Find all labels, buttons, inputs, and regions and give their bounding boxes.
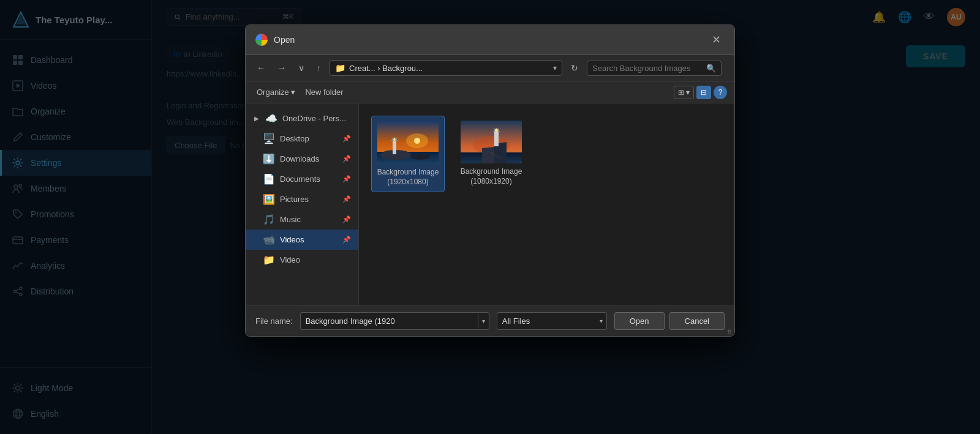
path-text: Creat... › Backgrou...	[349, 64, 549, 73]
filetype-dropdown-arrow[interactable]: ▾	[596, 314, 606, 328]
dialog-resize-handle[interactable]: ⠿	[727, 329, 734, 336]
downloads-icon: ⬇️	[263, 153, 275, 165]
up-button[interactable]: ↑	[313, 61, 325, 75]
pin-icon: 📌	[342, 215, 351, 223]
music-icon: 🎵	[263, 214, 275, 225]
dialog-backdrop: Open ✕ ← → ∨ ↑ 📁 Creat... › Backgrou... …	[152, 0, 980, 434]
svg-point-43	[393, 138, 396, 141]
desktop-icon: 🖥️	[263, 133, 275, 144]
view-icon-button[interactable]: ⊞ ▾	[674, 86, 694, 99]
tree-item-label: Documents	[280, 174, 320, 184]
filename-label: File name:	[255, 316, 293, 326]
search-input-dialog[interactable]: 🔍	[587, 61, 722, 76]
dialog-title-left: Open	[255, 34, 295, 46]
tree-item-label: Pictures	[280, 195, 309, 204]
file-thumbnail	[461, 121, 522, 163]
file-label: Background Image (1920x1080)	[377, 168, 439, 187]
tree-item-music[interactable]: 🎵 Music 📌	[246, 209, 358, 230]
file-item[interactable]: Background Image (1080x1920)	[454, 116, 528, 192]
view-list-button[interactable]: ⊟	[696, 86, 711, 99]
videos-icon: 📹	[263, 234, 275, 245]
tree-item-label: Desktop	[280, 134, 309, 143]
dialog-close-button[interactable]: ✕	[707, 31, 725, 48]
dropdown-button[interactable]: ∨	[295, 61, 308, 75]
dialog-search-input[interactable]	[592, 64, 703, 73]
dialog-actions-left: Organize ▾ New folder	[253, 85, 347, 99]
back-button[interactable]: ←	[253, 61, 269, 75]
file-thumbnail	[377, 121, 439, 164]
file-label: Background Image (1080x1920)	[459, 167, 523, 186]
tree-item-videos[interactable]: 📹 Videos 📌	[246, 230, 358, 250]
filetype-select[interactable]: All FilesImage FilesJPEG FilesPNG Files	[497, 313, 596, 329]
folder-icon: 📁	[263, 254, 275, 266]
folder-icon: 📁	[335, 63, 345, 73]
svg-point-39	[411, 154, 429, 160]
tree-item-downloads[interactable]: ⬇️ Downloads 📌	[246, 149, 358, 169]
filetype-combo[interactable]: All FilesImage FilesJPEG FilesPNG Files …	[497, 312, 607, 330]
filename-input-combo[interactable]: ▾	[300, 312, 489, 330]
dialog-file-area: Background Image (1920x1080)	[359, 103, 734, 305]
dialog-titlebar: Open ✕	[246, 25, 734, 55]
tree-item-desktop[interactable]: 🖥️ Desktop 📌	[246, 129, 358, 149]
pin-icon: 📌	[342, 135, 351, 143]
svg-rect-49	[494, 132, 499, 146]
main-content: ⌘K 🔔 🌐 👁 AU in in Linkedin https://www.l…	[152, 0, 980, 434]
forward-button[interactable]: →	[274, 61, 290, 75]
pictures-icon: 🖼️	[263, 193, 275, 205]
dialog-cancel-button[interactable]: Cancel	[669, 312, 725, 330]
tree-item-label: Downloads	[280, 154, 319, 163]
search-icon: 🔍	[706, 64, 716, 73]
chrome-icon	[255, 34, 268, 46]
tree-item-documents[interactable]: 📄 Documents 📌	[246, 169, 358, 189]
refresh-button[interactable]: ↻	[567, 61, 582, 75]
tree-item-label: Video	[280, 255, 300, 264]
pin-icon: 📌	[342, 195, 351, 203]
tree-item-video[interactable]: 📁 Video	[246, 250, 358, 270]
organize-button[interactable]: Organize ▾	[253, 85, 299, 99]
dialog-bottom: File name: ▾ All FilesImage FilesJPEG Fi…	[246, 305, 734, 336]
svg-point-52	[495, 129, 498, 132]
filename-dropdown-arrow[interactable]: ▾	[478, 314, 489, 328]
tree-item-label: Videos	[280, 235, 304, 244]
filename-input[interactable]	[301, 313, 478, 329]
dialog-open-button[interactable]: Open	[614, 312, 665, 330]
pin-icon: 📌	[342, 175, 351, 183]
help-button[interactable]: ?	[714, 86, 727, 99]
onedrive-icon: ☁️	[265, 113, 277, 124]
dialog-actions-right: ⊞ ▾ ⊟ ?	[674, 86, 727, 99]
documents-icon: 📄	[263, 173, 275, 185]
tree-item-label: Music	[280, 215, 301, 224]
tree-item-onedrive[interactable]: ▶ ☁️ OneDrive - Pers...	[246, 108, 358, 129]
tree-item-pictures[interactable]: 🖼️ Pictures 📌	[246, 189, 358, 209]
svg-rect-40	[393, 141, 396, 154]
dialog-actions-bar: Organize ▾ New folder ⊞ ▾ ⊟ ?	[246, 81, 734, 103]
dialog-title: Open	[274, 35, 295, 45]
svg-point-36	[414, 138, 420, 144]
dialog-left-panel: ▶ ☁️ OneDrive - Pers... 🖥️ Desktop 📌 ⬇️ …	[246, 103, 359, 305]
expand-icon: ▶	[253, 115, 260, 122]
tree-item-label: OneDrive - Pers...	[282, 114, 346, 123]
dialog-ok-cancel: Open Cancel	[614, 312, 725, 330]
path-combo[interactable]: 📁 Creat... › Backgrou... ▾	[330, 60, 562, 76]
dialog-toolbar: ← → ∨ ↑ 📁 Creat... › Backgrou... ▾ ↻ 🔍	[246, 55, 734, 81]
new-folder-button[interactable]: New folder	[301, 85, 347, 99]
path-dropdown-arrow[interactable]: ▾	[553, 64, 557, 72]
file-open-dialog: Open ✕ ← → ∨ ↑ 📁 Creat... › Backgrou... …	[245, 24, 735, 337]
pin-icon: 📌	[342, 155, 351, 163]
dialog-body: ▶ ☁️ OneDrive - Pers... 🖥️ Desktop 📌 ⬇️ …	[246, 103, 734, 305]
pin-icon: 📌	[342, 236, 351, 244]
file-item[interactable]: Background Image (1920x1080)	[371, 116, 445, 192]
